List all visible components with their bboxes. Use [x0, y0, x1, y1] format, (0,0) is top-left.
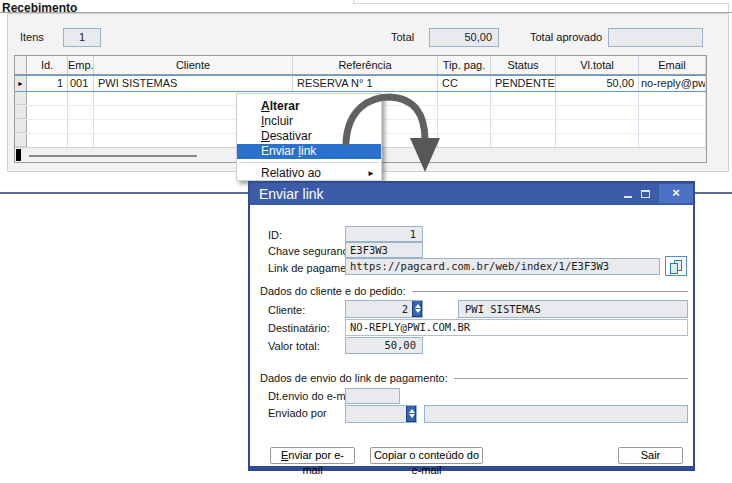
enviado-por-stepper-field[interactable]: [345, 405, 417, 423]
col-header-cliente[interactable]: Cliente: [94, 56, 293, 74]
grid-header-row: Id. Emp. Cliente Referência Tip. pag. St…: [15, 56, 706, 75]
cliente-nome-field[interactable]: PWI SISTEMAS: [458, 300, 688, 318]
cliente-stepper-field[interactable]: 2: [345, 300, 423, 318]
spinner-up-icon: [415, 304, 421, 308]
scrollbar-thumb[interactable]: [29, 155, 197, 157]
itens-label: Itens: [20, 31, 44, 43]
cell-id: 1: [27, 76, 68, 91]
menu-item-label: Incluir: [261, 114, 293, 128]
current-row-indicator-icon: ►: [15, 76, 27, 91]
maximize-icon[interactable]: [641, 190, 650, 198]
total-field[interactable]: 50,00: [429, 28, 499, 47]
col-header-status[interactable]: Status: [491, 56, 556, 74]
scrollbar-left-mark: [16, 149, 21, 161]
group-cliente-title: Dados do cliente e do pedido:: [260, 285, 412, 297]
total-aprovado-label: Total aprovado: [530, 31, 602, 43]
close-icon: ×: [672, 185, 680, 200]
col-header-vl-total[interactable]: Vl.total: [556, 56, 639, 74]
copy-link-button[interactable]: [665, 256, 687, 276]
cell-cliente: PWI SISTEMAS: [94, 76, 293, 91]
minimize-icon[interactable]: [624, 196, 632, 198]
enviado-por-label: Enviado por: [268, 407, 327, 419]
total-label: Total: [391, 31, 414, 43]
app-screen: Recebimento Itens 1 Total 50,00 Total ap…: [0, 0, 732, 483]
col-header-referencia[interactable]: Referência: [293, 56, 438, 74]
spinner-down-icon: [415, 309, 421, 313]
close-button[interactable]: ×: [659, 184, 693, 203]
top-panel-edge-line: [353, 3, 729, 4]
cell-vl-total: 50,00: [556, 76, 639, 91]
spinner-up-icon: [409, 409, 415, 413]
cell-email: no-reply@pw: [639, 76, 706, 91]
itens-field[interactable]: 1: [63, 28, 101, 47]
cell-tip-pag: CC: [438, 76, 491, 91]
id-field[interactable]: 1: [345, 226, 423, 242]
col-header-emp[interactable]: Emp.: [68, 56, 94, 74]
dialog-titlebar[interactable]: Enviar link ×: [250, 183, 693, 205]
valor-total-field[interactable]: 50,00: [345, 337, 423, 354]
menu-item-label: Enviar link: [261, 144, 316, 158]
enviar-link-dialog: Enviar link × ID: 1 Chave segurança: E3F…: [248, 181, 695, 471]
valor-total-label: Valor total:: [268, 340, 320, 352]
group-envio-title: Dados de envio do link de pagamento:: [260, 372, 454, 384]
curved-arrow: [330, 88, 445, 188]
cell-status: PENDENTE: [491, 76, 556, 91]
col-header-tip-pag[interactable]: Tip. pag.: [438, 56, 491, 74]
cell-emp: 001: [68, 76, 94, 91]
sair-button[interactable]: Sair: [618, 447, 683, 464]
copiar-conteudo-button[interactable]: Copiar o conteúdo do e-mail: [370, 447, 483, 464]
enviado-por-spinner[interactable]: [406, 405, 416, 422]
cliente-spinner[interactable]: [412, 300, 422, 317]
enviado-por-nome-field[interactable]: [424, 405, 688, 423]
menu-item-label: Alterar: [261, 99, 300, 113]
chave-seguranca-field[interactable]: E3F3W3: [345, 242, 423, 258]
cliente-label: Cliente:: [268, 304, 305, 316]
id-label: ID:: [268, 229, 282, 241]
total-aprovado-field[interactable]: [608, 28, 703, 47]
dt-envio-field[interactable]: [345, 388, 400, 404]
menu-item-label: Desativar: [261, 129, 312, 143]
destinatario-field[interactable]: NO-REPLY@PWI.COM.BR: [345, 319, 688, 336]
destinatario-label: Destinatário:: [268, 322, 330, 334]
button-label: Enviar por e-mail: [281, 449, 344, 476]
spinner-down-icon: [409, 414, 415, 418]
col-header-id[interactable]: Id.: [27, 56, 68, 74]
grid-indicator-header: [15, 56, 27, 74]
dialog-title: Enviar link: [259, 183, 324, 205]
enviar-por-email-button[interactable]: Enviar por e-mail: [270, 447, 355, 464]
dt-envio-label: Dt.envio do e-mail: [268, 390, 357, 402]
link-pagamento-field[interactable]: https://pagcard.com.br/web/index/1/E3F3W…: [345, 258, 660, 275]
menu-item-label: Relativo ao: [261, 166, 321, 180]
chave-seguranca-label: Chave segurança:: [268, 245, 357, 257]
col-header-email[interactable]: Email: [639, 56, 706, 74]
